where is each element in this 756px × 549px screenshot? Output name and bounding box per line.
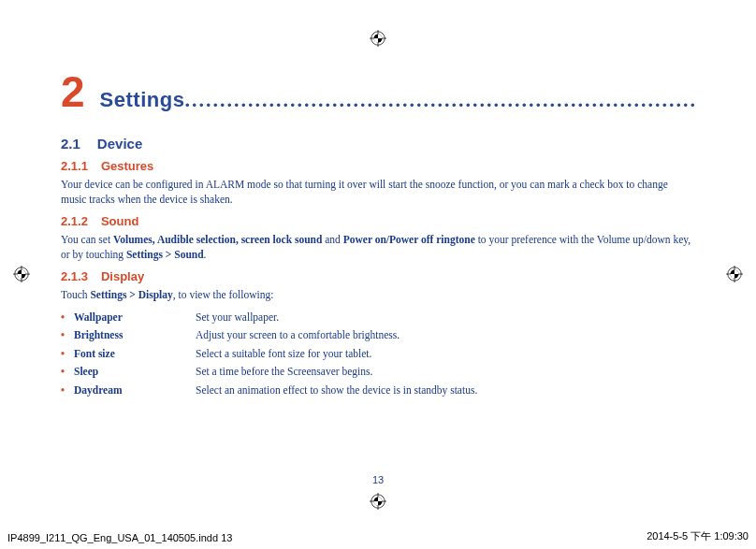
- chapter-dots: ........................................…: [184, 88, 695, 112]
- text-fragment: You can set: [61, 234, 113, 245]
- text-fragment: and: [322, 234, 342, 245]
- subsection-title: Gestures: [101, 159, 153, 173]
- description: Set a time before the Screensaver begins…: [196, 363, 695, 382]
- footer-filename: IP4899_I211_QG_Eng_USA_01_140505.indd 13: [7, 532, 232, 543]
- term: Brightness: [74, 326, 196, 345]
- display-text: Touch Settings > Display, to view the fo…: [61, 288, 695, 303]
- subsection-number: 2.1.2: [61, 214, 88, 228]
- bullet-icon: •: [61, 326, 68, 345]
- bullet-icon: •: [61, 309, 68, 327]
- subsection-title: Display: [101, 269, 144, 283]
- subsection-title: Sound: [101, 214, 138, 228]
- bold-fragment: Settings > Sound: [126, 249, 204, 260]
- sound-text: You can set Volumes, Audible selection, …: [61, 233, 695, 262]
- chapter-number: 2: [61, 70, 85, 113]
- description: Select a suitable font size for your tab…: [196, 345, 695, 364]
- text-fragment: .: [204, 249, 207, 260]
- chapter-title: Settings: [100, 88, 185, 112]
- bold-fragment: Power on/Power off ringtone: [343, 234, 475, 245]
- text-fragment: Touch: [61, 289, 90, 300]
- term: Wallpaper: [74, 309, 196, 327]
- description: Adjust your screen to a comfortable brig…: [196, 326, 695, 345]
- term: Daydream: [74, 382, 196, 400]
- bullet-icon: •: [61, 382, 68, 400]
- list-item: • Font size Select a suitable font size …: [61, 345, 695, 364]
- list-item: • Brightness Adjust your screen to a com…: [61, 326, 695, 345]
- section-sound-heading: 2.1.2Sound: [61, 214, 695, 228]
- description: Select an animation effect to show the d…: [196, 382, 695, 400]
- registration-mark-icon: [370, 493, 386, 510]
- subsection-number: 2.1.3: [61, 269, 88, 283]
- manual-page: 2 Settings .............................…: [0, 0, 756, 437]
- gestures-text: Your device can be configured in ALARM m…: [61, 178, 695, 207]
- subsection-number: 2.1.1: [61, 159, 88, 173]
- text-fragment: , to view the following:: [173, 289, 274, 300]
- section-display-heading: 2.1.3Display: [61, 269, 695, 283]
- description: Set your wallpaper.: [196, 309, 695, 327]
- page-number: 13: [0, 474, 756, 485]
- section-title: Device: [97, 136, 142, 152]
- bold-fragment: Settings > Display: [90, 289, 172, 300]
- display-def-list: • Wallpaper Set your wallpaper. • Bright…: [61, 309, 695, 400]
- term: Sleep: [74, 363, 196, 382]
- bullet-icon: •: [61, 363, 68, 382]
- registration-mark-icon: [13, 266, 30, 282]
- chapter-heading: 2 Settings .............................…: [61, 70, 695, 113]
- footer-timestamp: 2014-5-5 下午 1:09:30: [647, 529, 749, 543]
- list-item: • Sleep Set a time before the Screensave…: [61, 363, 695, 382]
- section-number: 2.1: [61, 136, 80, 152]
- bullet-icon: •: [61, 345, 68, 364]
- term: Font size: [74, 345, 196, 364]
- list-item: • Daydream Select an animation effect to…: [61, 382, 695, 400]
- section-gestures-heading: 2.1.1Gestures: [61, 159, 695, 173]
- registration-mark-icon: [726, 266, 743, 282]
- registration-mark-icon: [370, 30, 386, 47]
- list-item: • Wallpaper Set your wallpaper.: [61, 309, 695, 327]
- bold-fragment: Volumes, Audible selection, screen lock …: [113, 234, 322, 245]
- section-device-heading: 2.1Device: [61, 136, 695, 152]
